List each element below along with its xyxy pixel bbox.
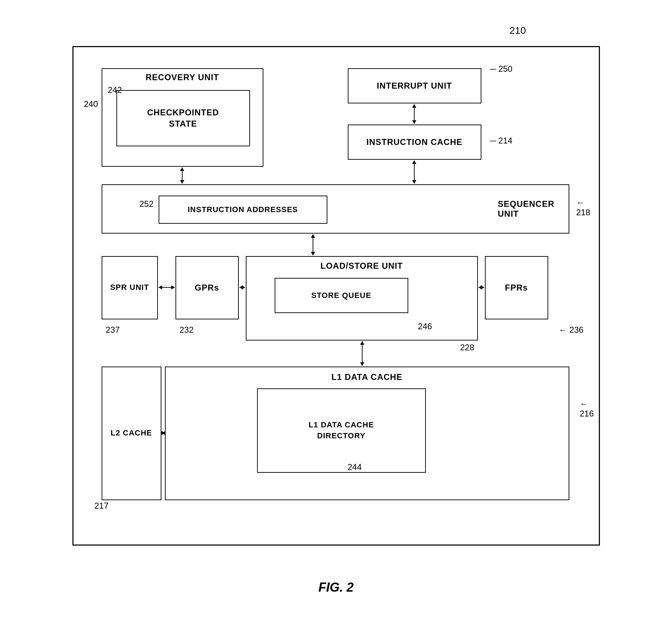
arrow-ls-fprs xyxy=(479,287,484,288)
ref-214: ─ 214 xyxy=(490,136,513,146)
sequencer-unit-box: SEQUENCERUNIT INSTRUCTION ADDRESSES xyxy=(102,184,569,234)
figure-caption: FIG. 2 xyxy=(55,580,617,595)
fprs-box: FPRs xyxy=(485,256,548,319)
spr-unit-box: SPR UNIT xyxy=(102,256,158,319)
fprs-label: FPRs xyxy=(505,283,528,293)
arrow-spr-gprs xyxy=(159,287,175,288)
instruction-addresses-box: INSTRUCTION ADDRESSES xyxy=(159,196,327,224)
ref-236: ← 236 xyxy=(559,325,584,335)
instruction-addresses-label: INSTRUCTION ADDRESSES xyxy=(188,205,298,214)
l1-data-cache-dir-label: L1 DATA CACHEDIRECTORY xyxy=(308,420,374,441)
l2-cache-box: L2 CACHE xyxy=(102,367,161,500)
l1-data-cache-label: L1 DATA CACHE xyxy=(166,372,569,382)
arrow-l2-to-l1dir xyxy=(162,433,165,433)
arrow-recovery-to-seq xyxy=(182,167,183,184)
instruction-cache-label: INSTRUCTION CACHE xyxy=(366,137,462,147)
interrupt-unit-box: INTERRUPT UNIT xyxy=(348,68,481,103)
main-diagram-box: RECOVERY UNIT CHECKPOINTEDSTATE 242 240 … xyxy=(72,46,600,546)
l2-cache-label: L2 CACHE xyxy=(110,428,152,439)
ref-252: 252 xyxy=(140,199,154,209)
ref-240: 240 xyxy=(84,99,98,109)
recovery-unit-label: RECOVERY UNIT xyxy=(102,72,263,82)
ref-250: ─ 250 xyxy=(490,64,513,74)
l1-data-cache-dir-box: L1 DATA CACHEDIRECTORY xyxy=(257,388,426,473)
gprs-box: GPRs xyxy=(175,256,239,319)
ref-216: ← 216 xyxy=(580,399,599,419)
l1-data-cache-outer-box: L1 DATA CACHE L1 DATA CACHEDIRECTORY xyxy=(165,367,569,500)
spr-unit-label: SPR UNIT xyxy=(110,282,149,293)
arrow-gprs-ls xyxy=(239,287,245,288)
recovery-unit-box: RECOVERY UNIT CHECKPOINTEDSTATE xyxy=(102,68,263,167)
arrow-ls-to-l1 xyxy=(362,341,363,366)
ref-237: 237 xyxy=(106,325,120,335)
gprs-label: GPRs xyxy=(195,283,219,293)
ref-228: 228 xyxy=(460,343,474,352)
ref-217: 217 xyxy=(95,501,109,511)
arrow-seq-to-ls xyxy=(313,234,313,255)
instruction-cache-box: INSTRUCTION CACHE xyxy=(348,125,481,160)
arrow-interrupt-to-icache xyxy=(414,104,415,124)
ref-246: 246 xyxy=(418,322,432,331)
interrupt-unit-label: INTERRUPT UNIT xyxy=(377,81,452,91)
store-queue-box: STORE QUEUE xyxy=(275,278,408,313)
checkpointed-state-label: CHECKPOINTEDSTATE xyxy=(147,107,219,129)
ref-232: 232 xyxy=(180,325,194,335)
ref-244: 244 xyxy=(348,462,362,472)
checkpointed-state-box: CHECKPOINTEDSTATE xyxy=(116,90,250,146)
ref-242: 242 xyxy=(108,85,122,95)
load-store-label: LOAD/STORE UNIT xyxy=(247,261,477,271)
load-store-unit-box: LOAD/STORE UNIT STORE QUEUE xyxy=(246,256,478,341)
store-queue-label: STORE QUEUE xyxy=(311,291,371,300)
arrow-icache-to-seq xyxy=(414,160,415,184)
ref-218: ← 218 xyxy=(576,198,599,217)
ref-210: 210 xyxy=(510,25,526,36)
diagram-wrapper: 210 RECOVERY UNIT CHECKPOINTEDSTATE 242 … xyxy=(55,25,617,605)
sequencer-unit-label: SEQUENCERUNIT xyxy=(498,199,554,219)
